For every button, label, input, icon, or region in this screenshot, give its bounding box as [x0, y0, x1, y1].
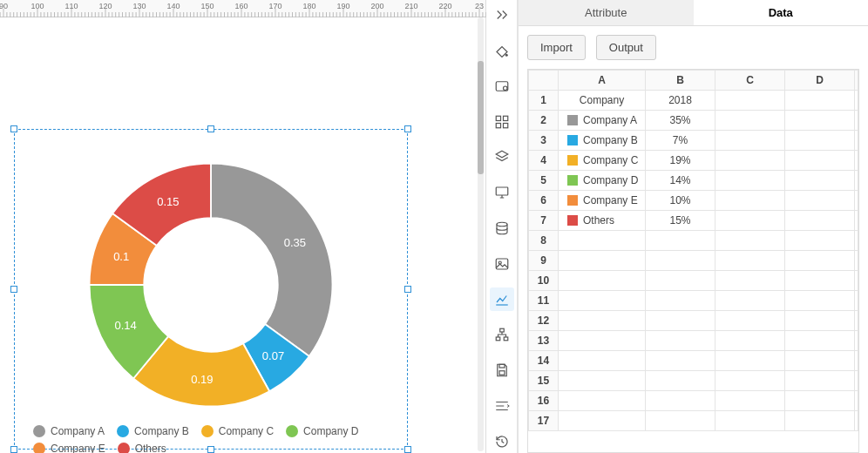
- grid-row-header[interactable]: 15: [529, 371, 559, 391]
- grid-cell[interactable]: [646, 331, 715, 351]
- grid-cell[interactable]: [785, 411, 855, 431]
- grid-cell[interactable]: [785, 391, 855, 411]
- grid-cell[interactable]: [855, 251, 858, 271]
- grid-cell[interactable]: [855, 231, 858, 251]
- grid-row-header[interactable]: 5: [529, 171, 559, 191]
- grid-cell[interactable]: [715, 191, 785, 211]
- grid-cell[interactable]: [785, 291, 855, 311]
- grid-cell[interactable]: [715, 231, 785, 251]
- grid-cell[interactable]: [785, 171, 855, 191]
- grid-cell[interactable]: [785, 131, 855, 151]
- layers-icon[interactable]: [490, 145, 514, 169]
- grid-cell[interactable]: [785, 151, 855, 171]
- database-icon[interactable]: [490, 217, 514, 240]
- grid-row-header[interactable]: 1: [529, 91, 559, 111]
- grid-cell[interactable]: [855, 211, 858, 231]
- grid-cell[interactable]: [646, 231, 715, 251]
- grid-corner[interactable]: [529, 71, 559, 91]
- grid-row-header[interactable]: 10: [529, 271, 559, 291]
- grid-cell[interactable]: [646, 411, 715, 431]
- align-icon[interactable]: [490, 394, 514, 417]
- grid-col-header[interactable]: D: [785, 71, 855, 91]
- grid-cell[interactable]: [855, 91, 858, 111]
- doughnut-chart[interactable]: 0.350.070.190.140.10.15 Company ACompany…: [14, 129, 408, 453]
- grid-cell[interactable]: 10%: [646, 191, 715, 211]
- legend-item[interactable]: Company C: [201, 425, 274, 437]
- chart-slice[interactable]: [211, 164, 333, 356]
- data-grid[interactable]: ABCD1 Company 2018 2 Company A 35% 3 Com…: [527, 69, 859, 453]
- grid-cell[interactable]: [559, 411, 646, 431]
- grid-cell[interactable]: [785, 211, 855, 231]
- sitemap-icon[interactable]: [490, 323, 514, 347]
- grid-cell[interactable]: [646, 251, 715, 271]
- grid-cell[interactable]: [715, 271, 785, 291]
- legend-item[interactable]: Company A: [33, 425, 105, 437]
- grid-cell[interactable]: [715, 411, 785, 431]
- output-button[interactable]: Output: [596, 35, 656, 60]
- presentation-icon[interactable]: [490, 181, 514, 205]
- grid-row-header[interactable]: 4: [529, 151, 559, 171]
- history-icon[interactable]: [490, 429, 514, 453]
- grid-cell[interactable]: [855, 111, 858, 131]
- grid-cell[interactable]: Company C: [559, 151, 646, 171]
- grid-cell[interactable]: [646, 351, 715, 371]
- grid-cell[interactable]: [715, 351, 785, 371]
- grid-cell[interactable]: Company: [559, 91, 646, 111]
- grid-cell[interactable]: [785, 271, 855, 291]
- grid-cell[interactable]: [855, 131, 858, 151]
- grid-cell[interactable]: 19%: [646, 151, 715, 171]
- grid-row-header[interactable]: 2: [529, 111, 559, 131]
- grid-cell[interactable]: [785, 191, 855, 211]
- grid-col-header[interactable]: B: [646, 71, 715, 91]
- grid-cell[interactable]: [785, 111, 855, 131]
- grid-cell[interactable]: Company A: [559, 111, 646, 131]
- grid-row-header[interactable]: 13: [529, 331, 559, 351]
- grid-cell[interactable]: [559, 311, 646, 331]
- grid-cell[interactable]: [785, 91, 855, 111]
- grid-cell[interactable]: [855, 271, 858, 291]
- legend-item[interactable]: Others: [118, 443, 166, 453]
- grid-cell[interactable]: [785, 311, 855, 331]
- grid-cell[interactable]: [715, 311, 785, 331]
- import-button[interactable]: Import: [527, 35, 586, 60]
- grid-cell[interactable]: [559, 391, 646, 411]
- legend-item[interactable]: Company E: [33, 443, 105, 453]
- grid-col-header[interactable]: [855, 71, 858, 91]
- grid-cell[interactable]: [855, 171, 858, 191]
- canvas-scrollbar[interactable]: [478, 17, 484, 451]
- grid-cell[interactable]: [715, 111, 785, 131]
- grid-cell[interactable]: [785, 331, 855, 351]
- save-icon[interactable]: [490, 359, 514, 382]
- grid-cell[interactable]: [785, 251, 855, 271]
- grid-cell[interactable]: [559, 271, 646, 291]
- grid-cell[interactable]: [559, 371, 646, 391]
- grid-cell[interactable]: [855, 311, 858, 331]
- grid-cell[interactable]: [785, 371, 855, 391]
- tab-data[interactable]: Data: [694, 0, 869, 26]
- grid-cell[interactable]: 14%: [646, 171, 715, 191]
- grid-col-header[interactable]: C: [715, 71, 785, 91]
- grid-row-header[interactable]: 8: [529, 231, 559, 251]
- fill-icon[interactable]: [490, 39, 514, 63]
- grid-cell[interactable]: [855, 411, 858, 431]
- grid-row-header[interactable]: 3: [529, 131, 559, 151]
- grid-cell[interactable]: [559, 351, 646, 371]
- grid-row-header[interactable]: 9: [529, 251, 559, 271]
- grid-col-header[interactable]: A: [559, 71, 646, 91]
- grid-row-header[interactable]: 7: [529, 211, 559, 231]
- grid-row-header[interactable]: 11: [529, 291, 559, 311]
- grid-cell[interactable]: [855, 391, 858, 411]
- grid-cell[interactable]: [715, 171, 785, 191]
- grid-cell[interactable]: 2018: [646, 91, 715, 111]
- grid-cell[interactable]: [855, 371, 858, 391]
- grid-cell[interactable]: [646, 311, 715, 331]
- image-icon[interactable]: [490, 252, 514, 275]
- grid-cell[interactable]: [715, 211, 785, 231]
- grid-cell[interactable]: [559, 231, 646, 251]
- grid-cell[interactable]: Company D: [559, 171, 646, 191]
- grid-cell[interactable]: [785, 231, 855, 251]
- grid-cell[interactable]: Company E: [559, 191, 646, 211]
- grid-cell[interactable]: 35%: [646, 111, 715, 131]
- legend-item[interactable]: Company D: [286, 425, 358, 437]
- grid-row-header[interactable]: 14: [529, 351, 559, 371]
